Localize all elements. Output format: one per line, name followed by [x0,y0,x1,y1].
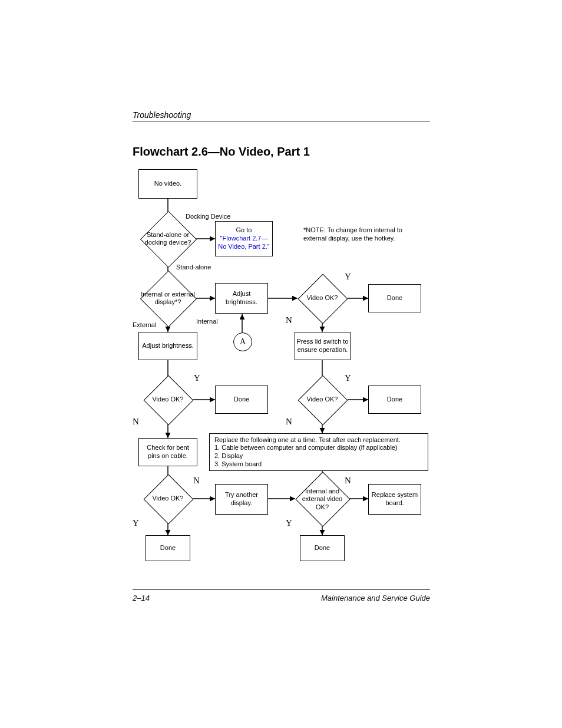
link-flowchart-2-7[interactable]: "Flowchart 2.7—No Video, Part 2." [217,235,271,251]
text: Done [234,396,249,404]
page-title: Flowchart 2.6—No Video, Part 1 [133,145,430,159]
label-y: Y [345,373,351,383]
node-check-bent-pins: Check for bent pins on cable. [138,438,197,466]
text: Adjust brightness. [142,342,193,350]
page-footer: 2–14 Maintenance and Service Guide [133,589,430,602]
node-press-lid: Press lid switch to ensure operation. [295,332,351,360]
node-done-2: Done [215,386,268,414]
text: Done [160,544,176,552]
label-y: Y [345,272,351,282]
node-adjust-brightness-external: Adjust brightness. [138,332,197,360]
header-rule [133,121,430,121]
section-label: Troubleshooting [133,110,430,120]
label-n: N [133,417,139,427]
node-video-ok-4 [144,475,194,525]
node-goto-flowchart: Go to "Flowchart 2.7—No Video, Part 2." [215,221,273,256]
text: No video. [154,180,181,188]
label-y: Y [194,373,200,383]
label-n: N [193,476,200,486]
book-title: Maintenance and Service Guide [321,594,430,602]
label-docking-device: Docking Device [186,213,230,220]
text: Done [387,294,402,302]
node-no-video: No video. [138,169,197,199]
text: Replace the following one at a time. Tes… [214,436,401,469]
text: Adjust brightness. [217,290,266,307]
node-internal-external-question [140,271,197,327]
text: Check for bent pins on cable. [140,444,196,460]
text: Press lid switch to ensure operation. [296,338,349,354]
label-y: Y [286,518,292,528]
node-adjust-brightness-internal: Adjust brightness. [215,283,268,314]
text: Done [387,396,402,404]
label-n: N [345,476,351,486]
note-hotkey: *NOTE: To change from internal to extern… [303,226,415,243]
label-external: External [133,321,156,328]
node-try-another-display: Try another display. [215,484,268,515]
node-done-5: Done [300,535,345,561]
text: Done [315,544,330,552]
connector-a: A [233,332,252,351]
text: Try another display. [217,491,266,508]
label-y: Y [133,518,139,528]
label-n: N [286,315,292,325]
node-int-ext-video-ok [295,472,350,526]
page-number: 2–14 [133,594,150,602]
node-done-1: Done [368,284,421,312]
text: A [240,337,246,347]
node-replace-list: Replace the following one at a time. Tes… [209,433,428,471]
text: Replace system board. [370,491,419,508]
node-video-ok-2 [144,375,194,426]
label-internal: Internal [196,318,218,325]
label-n: N [286,417,292,427]
node-video-ok-3 [298,375,348,426]
label-stand-alone: Stand-alone [176,263,211,271]
text: Go to [236,226,252,235]
node-video-ok-1 [298,274,348,324]
flowchart-diagram: No video. Stand-alone or docking device?… [133,167,430,579]
node-done-3: Done [368,386,421,414]
node-replace-system-board: Replace system board. [368,484,421,515]
node-done-4: Done [146,535,190,561]
